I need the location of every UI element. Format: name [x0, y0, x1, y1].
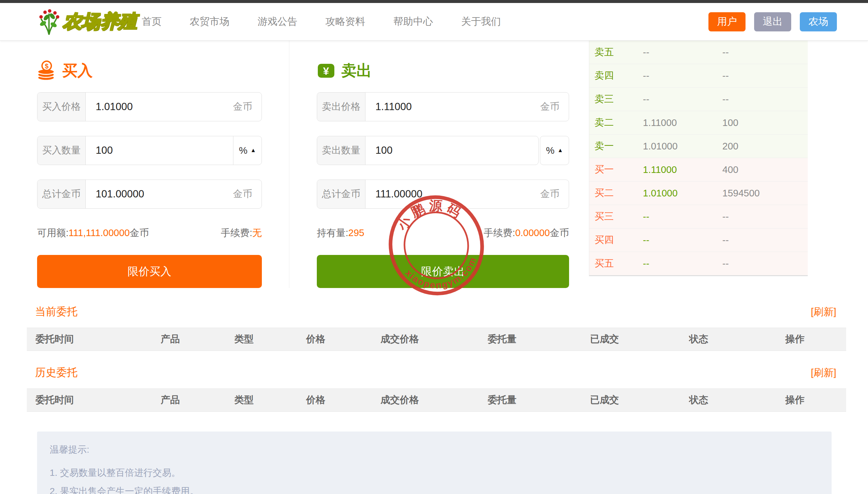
- sell-holding: 持有量:295: [317, 227, 364, 240]
- ob-amount: --: [722, 94, 729, 105]
- col-amount: 委托量: [449, 332, 556, 346]
- tip-item-1: 1. 交易数量以整百倍进行交易。: [50, 468, 819, 478]
- ob-price: 1.11000: [643, 164, 722, 175]
- buy-percent-dropdown[interactable]: % ▲: [233, 136, 261, 165]
- history-orders-refresh-link[interactable]: [刷新]: [811, 366, 836, 380]
- col-deal-price: 成交价格: [350, 332, 449, 346]
- sell-amount-row: 卖出数量 % ▲: [317, 136, 569, 165]
- ob-amount: 400: [722, 164, 738, 175]
- col-action: 操作: [744, 332, 846, 346]
- col-price: 价格: [281, 332, 350, 346]
- ob-amount: --: [722, 258, 729, 269]
- sell-total-label: 总计金币: [317, 180, 365, 208]
- orderbook-row-sell1[interactable]: 卖一 1.01000 200: [589, 135, 808, 158]
- buy-info-row: 可用额:111,111.00000金币 手续费:无: [37, 227, 262, 240]
- buy-fee-value: 无: [252, 228, 262, 238]
- col-order-time: 委托时间: [27, 332, 133, 346]
- buy-total-input[interactable]: [86, 180, 233, 208]
- nav-item-announcements[interactable]: 游戏公告: [257, 15, 297, 28]
- sell-amount-label: 卖出数量: [317, 136, 365, 165]
- buy-available: 可用额:111,111.00000金币: [37, 227, 149, 240]
- buy-available-unit: 金币: [130, 228, 149, 238]
- farm-button[interactable]: 农场: [800, 12, 837, 32]
- buy-available-label: 可用额:: [37, 228, 69, 238]
- current-orders-head: 当前委托 [刷新]: [27, 305, 846, 319]
- sell-price-input[interactable]: [365, 93, 540, 121]
- orderbook-row-buy2[interactable]: 买二 1.01000 1594500: [589, 182, 808, 205]
- sell-holding-label: 持有量:: [317, 228, 348, 238]
- ob-price: --: [643, 47, 722, 58]
- sell-title: 卖出: [341, 60, 372, 81]
- ob-label: 卖四: [589, 69, 643, 82]
- nav-item-guides[interactable]: 攻略资料: [325, 15, 365, 28]
- nav-item-home[interactable]: 首页: [142, 15, 162, 28]
- ob-amount: 1594500: [722, 188, 760, 199]
- ob-price: 1.11000: [643, 117, 722, 128]
- buy-title: 买入: [62, 60, 93, 81]
- sell-panel-title: ¥ 卖出: [317, 60, 569, 82]
- limit-buy-button[interactable]: 限价买入: [37, 255, 262, 288]
- svg-text:$: $: [45, 62, 48, 70]
- ob-label: 买二: [589, 187, 643, 200]
- col-amount: 委托量: [449, 394, 556, 407]
- nav-item-about[interactable]: 关于我们: [461, 15, 501, 28]
- orderbook-row-buy5[interactable]: 买五 -- --: [589, 252, 808, 276]
- sell-fee: 手续费:0.00000金币: [484, 227, 569, 240]
- history-orders-section: 历史委托 [刷新] 委托时间 产品 类型 价格 成交价格 委托量 已成交 状态 …: [27, 365, 846, 412]
- ob-label: 买五: [589, 257, 643, 270]
- col-deal-price: 成交价格: [350, 394, 449, 407]
- svg-text:¥: ¥: [323, 65, 329, 77]
- logout-button[interactable]: 退出: [754, 12, 791, 32]
- orderbook-row-buy4[interactable]: 买四 -- --: [589, 228, 808, 252]
- ob-price: --: [643, 211, 722, 222]
- buy-amount-input[interactable]: [86, 136, 233, 165]
- site-header: 农场养殖 首页 农贸市场 游戏公告 攻略资料 帮助中心 关于我们 用户 退出 农…: [0, 3, 868, 41]
- orderbook-row-sell4[interactable]: 卖四 -- --: [589, 64, 808, 88]
- main-nav: 首页 农贸市场 游戏公告 攻略资料 帮助中心 关于我们: [142, 15, 501, 28]
- ob-label: 买四: [589, 233, 643, 247]
- nav-item-market[interactable]: 农贸市场: [190, 15, 230, 28]
- orderbook-row-sell3[interactable]: 卖三 -- --: [589, 88, 808, 111]
- col-filled: 已成交: [555, 394, 653, 407]
- sell-percent-dropdown[interactable]: % ▲: [540, 136, 569, 165]
- nav-item-help[interactable]: 帮助中心: [393, 15, 433, 28]
- ob-label: 卖三: [589, 93, 643, 106]
- orderbook-row-buy1[interactable]: 买一 1.11000 400: [589, 158, 808, 182]
- site-logo[interactable]: 农场养殖: [36, 7, 137, 36]
- ob-price: --: [643, 235, 722, 246]
- buy-amount-label: 买入数量: [37, 136, 86, 165]
- current-orders-title: 当前委托: [35, 305, 77, 319]
- sell-total-unit: 金币: [540, 180, 569, 208]
- sell-info-row: 持有量:295 手续费:0.00000金币: [317, 227, 569, 240]
- col-order-time: 委托时间: [27, 394, 133, 407]
- col-product: 产品: [133, 332, 207, 346]
- ob-price: --: [643, 94, 722, 105]
- buy-fee: 手续费:无: [221, 227, 262, 240]
- sell-fee-value: 0.00000: [515, 228, 550, 238]
- buy-total-unit: 金币: [233, 180, 261, 208]
- buy-price-unit: 金币: [233, 93, 261, 121]
- current-orders-section: 当前委托 [刷新] 委托时间 产品 类型 价格 成交价格 委托量 已成交 状态 …: [27, 305, 846, 351]
- orderbook-row-sell5[interactable]: 卖五 -- --: [589, 41, 808, 64]
- col-status: 状态: [653, 394, 743, 407]
- buy-price-input[interactable]: [86, 93, 233, 121]
- col-status: 状态: [653, 332, 743, 346]
- sell-percent-label: %: [546, 145, 555, 156]
- col-price: 价格: [281, 394, 350, 407]
- user-button[interactable]: 用户: [708, 12, 745, 32]
- sell-amount-input[interactable]: [365, 136, 538, 165]
- orderbook-row-sell2[interactable]: 卖二 1.11000 100: [589, 111, 808, 135]
- history-orders-title: 历史委托: [35, 365, 77, 380]
- col-product: 产品: [133, 394, 207, 407]
- buy-percent-label: %: [239, 145, 248, 156]
- sell-total-input[interactable]: [365, 180, 540, 208]
- ob-price: 1.01000: [643, 141, 722, 152]
- buy-amount-group: 买入数量 % ▲: [37, 136, 262, 165]
- sell-panel: ¥ 卖出 卖出价格 金币 卖出数量 % ▲ 总计金币: [317, 41, 569, 288]
- ob-amount: 200: [722, 141, 738, 152]
- limit-sell-button[interactable]: 限价卖出: [317, 255, 569, 288]
- tips-title: 温馨提示:: [50, 443, 819, 456]
- orderbook-row-buy3[interactable]: 买三 -- --: [589, 205, 808, 228]
- history-orders-head: 历史委托 [刷新]: [27, 365, 846, 380]
- current-orders-refresh-link[interactable]: [刷新]: [811, 305, 836, 319]
